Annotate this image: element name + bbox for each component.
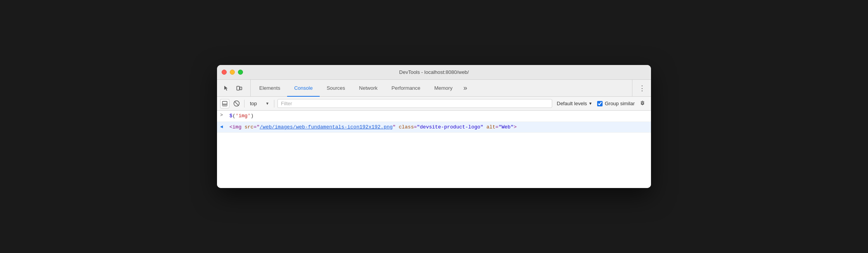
filter-wrapper: [277, 99, 552, 108]
devtools-menu-button[interactable]: ⋮: [636, 82, 648, 94]
context-selector[interactable]: top ▼: [248, 100, 271, 107]
separator-2: [274, 100, 274, 108]
title-bar: DevTools - localhost:8080/web/: [217, 65, 651, 80]
levels-arrow-icon: ▼: [589, 101, 592, 106]
settings-button[interactable]: [637, 98, 648, 109]
html-attr-alt: alt: [486, 124, 495, 130]
main-toolbar: Elements Console Sources Network Perform…: [217, 80, 651, 97]
settings-gear-icon: [639, 101, 646, 107]
show-drawer-button[interactable]: [220, 99, 229, 108]
levels-label: Default levels: [557, 101, 587, 106]
clear-icon: [233, 100, 240, 107]
maximize-button[interactable]: [238, 70, 243, 75]
group-similar-label[interactable]: Group similar: [597, 101, 635, 106]
tab-memory[interactable]: Memory: [427, 80, 460, 97]
tab-elements[interactable]: Elements: [252, 80, 287, 97]
devtools-window: DevTools - localhost:8080/web/ Elements: [217, 65, 651, 188]
window-title: DevTools - localhost:8080/web/: [399, 69, 469, 75]
clear-console-button[interactable]: [232, 99, 241, 108]
html-src-link[interactable]: /web/images/web-fundamentals-icon192x192…: [260, 124, 393, 130]
device-icon: [236, 85, 243, 91]
console-toolbar: top ▼ Default levels ▼ Group similar: [217, 97, 651, 111]
more-tabs-button[interactable]: »: [460, 80, 471, 96]
group-similar-checkbox[interactable]: [597, 101, 603, 106]
svg-line-6: [234, 101, 239, 106]
output-content: <img src="/web/images/web-fundamentals-i…: [229, 123, 648, 131]
html-tag-open: <img: [229, 124, 245, 130]
minimize-button[interactable]: [230, 70, 235, 75]
js-function-name: $: [229, 113, 232, 119]
show-drawer-icon: [222, 101, 227, 106]
toolbar-icon-group: [220, 80, 251, 96]
select-element-button[interactable]: [220, 82, 232, 94]
tab-performance[interactable]: Performance: [384, 80, 427, 97]
input-content: $('img'): [229, 112, 648, 120]
input-prompt: >: [220, 112, 229, 118]
console-input-line: > $('img'): [217, 111, 651, 122]
html-class-value: "devsite-product-logo": [417, 124, 484, 130]
cursor-icon: [223, 85, 229, 91]
context-select-input[interactable]: top: [248, 100, 271, 107]
output-arrow: ◀: [220, 123, 229, 130]
filter-input[interactable]: [277, 99, 552, 108]
toolbar-right: ⋮: [632, 80, 648, 96]
tab-network[interactable]: Network: [352, 80, 385, 97]
svg-rect-3: [222, 104, 227, 106]
tab-console[interactable]: Console: [287, 80, 320, 97]
device-toggle-button[interactable]: [233, 82, 246, 94]
tab-sources[interactable]: Sources: [320, 80, 352, 97]
svg-rect-0: [237, 86, 239, 90]
html-attr-class: class: [399, 124, 414, 130]
separator-1: [244, 100, 245, 108]
close-button[interactable]: [222, 70, 227, 75]
group-similar-text: Group similar: [605, 101, 635, 106]
js-string-value: 'img': [236, 113, 251, 119]
svg-rect-1: [240, 87, 242, 90]
console-content: > $('img') ◀ <img src="/web/images/web-f…: [217, 111, 651, 188]
html-alt-value: "Web": [498, 124, 513, 130]
console-output-line: ◀ <img src="/web/images/web-fundamentals…: [217, 122, 651, 133]
traffic-lights: [222, 70, 243, 75]
default-levels-button[interactable]: Default levels ▼: [555, 100, 595, 107]
tab-list: Elements Console Sources Network Perform…: [252, 80, 632, 96]
html-attr-src: src: [245, 124, 253, 130]
